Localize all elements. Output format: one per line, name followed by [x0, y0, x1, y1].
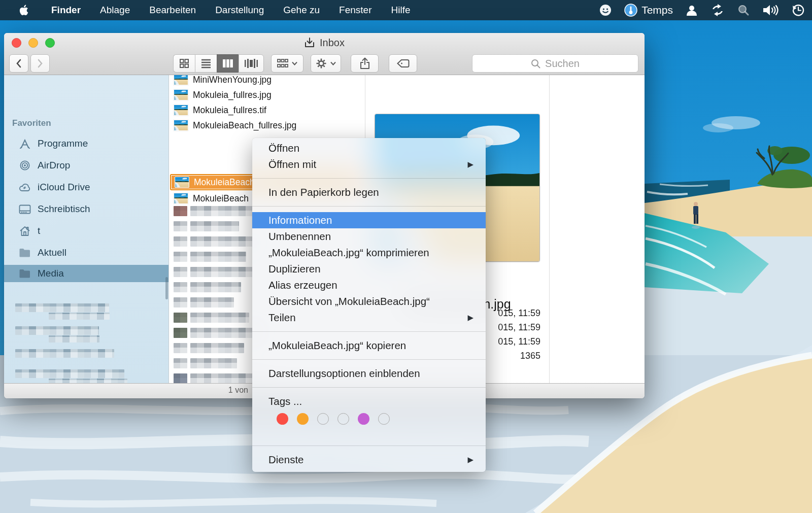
menu-separator — [252, 206, 486, 207]
tag-red[interactable] — [277, 413, 288, 425]
menu-item-alias-erzeugen[interactable]: Alias erzeugen — [252, 277, 486, 293]
file-name: MokuleiBeach — [193, 193, 249, 204]
temps-menu-extra[interactable]: Temps — [624, 4, 673, 17]
menu-separator — [252, 331, 486, 332]
folder-icon — [18, 269, 31, 278]
sidebar-item-label: t — [38, 225, 40, 236]
spotlight-dim-icon[interactable] — [737, 4, 750, 17]
time-machine-icon[interactable] — [792, 4, 805, 17]
menubar-item-finder[interactable]: Finder — [42, 0, 90, 20]
sidebar-item-airdrop[interactable]: AirDrop — [4, 157, 168, 174]
sidebar-item-label: iCloud Drive — [38, 182, 90, 193]
window-title-text: Inbox — [320, 37, 345, 48]
file-name: MokuleiaBeach_fullres.jpg — [193, 120, 296, 131]
file-name: Mokuleia_fullres.tif — [193, 105, 266, 116]
file-name: MiniWhenYoung.jpg — [193, 75, 272, 85]
menubar-item-hilfe[interactable]: Hilfe — [382, 0, 420, 20]
back-button[interactable] — [9, 54, 28, 73]
share-button[interactable] — [351, 54, 379, 73]
menu-bar: Finder Ablage Bearbeiten Darstellung Geh… — [0, 0, 812, 20]
redacted-sidebar-item[interactable] — [15, 349, 114, 358]
menu-item-duplizieren[interactable]: Duplizieren — [252, 261, 486, 277]
redacted-sidebar-item[interactable] — [15, 369, 124, 378]
list-view-button[interactable] — [195, 54, 217, 73]
coverflow-view-button[interactable] — [239, 54, 264, 73]
sidebar-item-label: AirDrop — [38, 160, 70, 171]
home-icon — [18, 226, 31, 236]
search-placeholder: Suchen — [545, 58, 580, 70]
sidebar-item-label: Aktuell — [38, 247, 66, 258]
sidebar-item-icloud-drive[interactable]: iCloud Drive — [4, 179, 168, 196]
appstore-icon — [18, 139, 31, 149]
menu-gap — [252, 428, 486, 440]
icon-view-button[interactable] — [173, 54, 195, 73]
search-input[interactable]: Suchen — [472, 54, 638, 73]
tag-empty[interactable] — [317, 413, 329, 425]
sidebar-item-home[interactable]: t — [4, 222, 168, 240]
menu-item-kopieren[interactable]: „MokuleiaBeach.jpg“ kopieren — [252, 337, 486, 354]
tag-empty[interactable] — [378, 413, 390, 425]
temps-label: Temps — [641, 4, 673, 16]
desktop: Finder Ablage Bearbeiten Darstellung Geh… — [0, 0, 812, 513]
submenu-arrow-icon: ▶ — [467, 452, 473, 468]
file-row[interactable]: Mokuleia_fullres.tif — [169, 102, 365, 118]
tag-empty[interactable] — [337, 413, 349, 425]
arrange-menu-button[interactable] — [271, 54, 303, 73]
menu-item-tags[interactable]: Tags ... — [252, 393, 486, 409]
redacted-sidebar-item[interactable] — [15, 326, 99, 335]
file-row[interactable]: Mokuleia_fullres.jpg — [169, 87, 365, 102]
menu-item-darstellungsoptionen[interactable]: Darstellungsoptionen einblenden — [252, 365, 486, 382]
tag-color-row — [252, 409, 486, 428]
submenu-arrow-icon: ▶ — [467, 156, 473, 173]
sidebar-item-label: Programme — [38, 138, 88, 149]
menu-item-uebersicht[interactable]: Übersicht von „MokuleiaBeach.jpg“ — [252, 293, 486, 310]
menu-separator — [252, 387, 486, 388]
menu-separator — [252, 178, 486, 179]
apple-icon — [19, 5, 28, 16]
redacted-sidebar-item[interactable] — [49, 335, 99, 343]
face-status-icon[interactable] — [599, 4, 612, 17]
menu-separator — [252, 446, 486, 446]
tag-button[interactable] — [389, 54, 417, 73]
menu-item-komprimieren[interactable]: „MokuleiaBeach.jpg“ komprimieren — [252, 245, 486, 261]
menu-item-oeffnen-mit[interactable]: Öffnen mit▶ — [252, 156, 486, 173]
sidebar-item-schreibtisch[interactable]: Schreibtisch — [4, 200, 168, 218]
empty-column — [550, 75, 645, 384]
redacted-sidebar-item[interactable] — [15, 303, 109, 312]
menubar-item-bearbeiten[interactable]: Bearbeiten — [140, 0, 206, 20]
sidebar-item-aktuell[interactable]: Aktuell — [4, 244, 168, 261]
menu-item-umbenennen[interactable]: Umbenennen — [252, 228, 486, 245]
menu-item-informationen[interactable]: Informationen — [252, 212, 486, 228]
airdrop-icon — [18, 160, 31, 171]
menubar-item-fenster[interactable]: Fenster — [329, 0, 381, 20]
apple-menu[interactable] — [19, 5, 28, 16]
sidebar-item-programme[interactable]: Programme — [4, 135, 168, 152]
window-chrome: Inbox — [4, 33, 645, 75]
user-status-icon[interactable] — [685, 4, 698, 16]
cloud-icon — [18, 183, 31, 192]
file-row[interactable]: MiniWhenYoung.jpg — [169, 75, 365, 87]
menu-item-dienste[interactable]: Dienste▶ — [252, 452, 486, 468]
volume-icon[interactable] — [762, 4, 780, 16]
column-view-button[interactable] — [217, 54, 239, 73]
sidebar-scrollbar-thumb[interactable] — [165, 277, 168, 299]
context-menu: Öffnen Öffnen mit▶ In den Papierkorb leg… — [252, 138, 486, 472]
menu-item-papierkorb[interactable]: In den Papierkorb legen — [252, 184, 486, 200]
sidebar: Favoriten Programme AirDrop — [4, 75, 169, 384]
sync-status-icon[interactable] — [710, 4, 725, 16]
redacted-sidebar-item[interactable] — [49, 313, 110, 320]
sidebar-item-media[interactable]: Media — [4, 265, 168, 282]
menubar-item-ablage[interactable]: Ablage — [90, 0, 140, 20]
sidebar-item-label: Media — [38, 268, 64, 279]
forward-button[interactable] — [30, 54, 50, 73]
chevron-down-icon — [330, 61, 336, 65]
menubar-item-darstellung[interactable]: Darstellung — [206, 0, 274, 20]
menu-item-teilen[interactable]: Teilen▶ — [252, 310, 486, 326]
file-row[interactable]: MokuleiaBeach_fullres.jpg — [169, 118, 365, 133]
tag-orange[interactable] — [297, 413, 309, 425]
gear-icon — [316, 58, 327, 69]
menu-item-oeffnen[interactable]: Öffnen — [252, 140, 486, 156]
menubar-item-gehe-zu[interactable]: Gehe zu — [274, 0, 329, 20]
action-gear-menu-button[interactable] — [311, 54, 341, 73]
tag-purple[interactable] — [358, 413, 369, 425]
